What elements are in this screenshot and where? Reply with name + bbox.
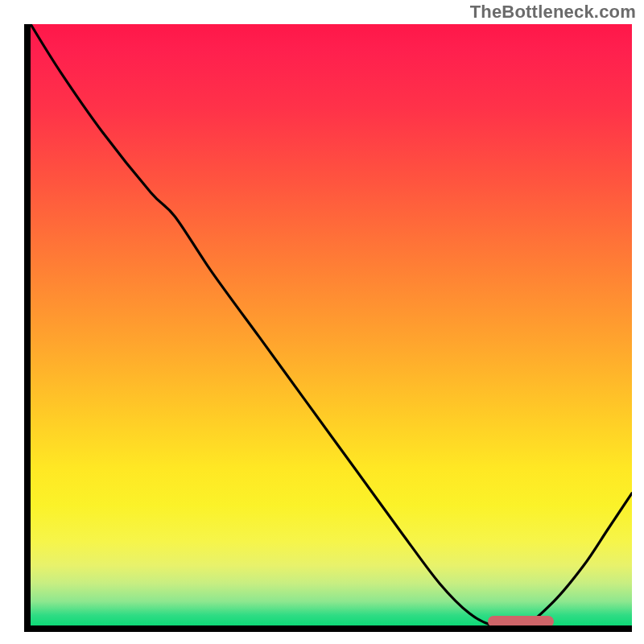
site-watermark: TheBottleneck.com: [470, 2, 636, 23]
optimal-range-bar: [488, 616, 554, 627]
chart-frame: TheBottleneck.com: [0, 0, 644, 644]
plot-area: [24, 24, 632, 632]
heat-gradient-background: [31, 24, 632, 625]
